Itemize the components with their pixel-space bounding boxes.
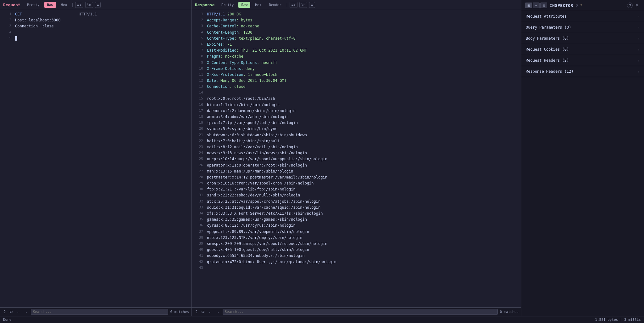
response-line: 23mail:x:8:12:mail:/var/mail:/sbin/nolog… [192,144,521,150]
response-line: 15root:x:0:0:root:/root:/bin/ash [192,96,521,102]
inspector-title-area: ⊞ ≡ ⊟ INSPECTOR 0 * [525,3,582,8]
response-matches-label: 0 matches [500,310,519,314]
response-line: 20sync:x:5:0:sync:/sbin:/bin/sync [192,126,521,132]
response-line: 42grafana:x:472:0:Linux User,,,:/home/gr… [192,259,521,265]
request-search-next-btn[interactable]: → [23,309,29,314]
inspector-view-other-btn[interactable]: ⊟ [540,3,547,8]
response-settings-btn[interactable]: ⚙ [200,309,206,314]
inspector-section-label: Query Parameters (0) [526,25,571,30]
response-line: 21shutdown:x:6:0:shutdown:/sbin:/sbin/sh… [192,132,521,138]
response-line: 19lp:x:4:7:lp:/var/spool/lpd:/sbin/nolog… [192,120,521,126]
request-settings-btn[interactable]: ⚙ [8,309,14,314]
response-line: 16bin:x:1:1:bin:/bin:/sbin/nologin [192,102,521,108]
response-line: 30ftp:x:21:21::/var/lib/ftp:/sbin/nologi… [192,186,521,192]
request-code-area: 1 GET HTTP/1.1 2 Host: localhost:3000 3 … [0,10,192,307]
response-line: 17daemon:x:2:2:daemon:/sbin:/sbin/nologi… [192,108,521,114]
response-format-icon[interactable]: ≡↓ [290,2,297,8]
response-line: 4Content-Length: 1230 [192,30,521,36]
inspector-help-btn[interactable]: ? [627,3,633,8]
response-tab-raw[interactable]: Raw [238,2,250,8]
response-menu-icon[interactable]: ≡ [309,2,315,8]
request-matches-label: 0 matches [170,310,189,314]
response-line: 10X-Frame-Options: deny [192,66,521,72]
response-line: 12Date: Mon, 06 Dec 2021 15:30:04 GMT [192,78,521,84]
inspector-view-grid-btn[interactable]: ⊞ [525,3,532,8]
inspector-chevron-icon: › [638,15,640,18]
inspector-title: INSPECTOR [550,3,573,8]
inspector-header: ⊞ ≡ ⊟ INSPECTOR 0 * ? ✕ [521,0,644,11]
response-search-prev-btn[interactable]: ← [208,309,213,314]
request-line-3: 3 Connection: close [0,23,192,29]
response-title: Response [195,3,215,7]
request-tab-hex[interactable]: Hex [58,2,70,8]
response-line: 32at:x:25:25:at:/var/spool/cron/atjobs:/… [192,199,521,205]
request-tab-pretty[interactable]: Pretty [24,2,42,8]
inspector-section-label: Request Headers (2) [526,58,569,63]
response-panel: Response Pretty Raw Hex Render ≡↓ \n ≡ 1… [192,0,521,316]
inspector-section-header[interactable]: Body Parameters (0)› [521,33,644,44]
inspector-section: Query Parameters (0)› [521,22,644,33]
response-search-input[interactable] [223,309,498,315]
status-done: Done [3,318,12,322]
inspector-section: Body Parameters (0)› [521,33,644,44]
inspector-icons: ? ✕ [627,3,640,8]
inspector-chevron-icon: › [638,70,640,73]
response-line: 31sshd:x:22:22:sshd:/dev/null:/sbin/nolo… [192,192,521,198]
response-line: 24news:x:9:13:news:/usr/lib/news:/sbin/n… [192,150,521,156]
request-panel: Request Pretty Raw Hex ≡↓ \n ≡ 1 GET HTT… [0,0,192,316]
status-bar: Done 1,581 bytes | 3 millis [0,316,644,323]
response-line: 6Expires: -1 [192,42,521,48]
response-line: 11X-Xss-Protection: 1; mode=block [192,72,521,78]
request-format-icon[interactable]: ≡↓ [75,2,83,8]
response-line: 38ntp:x:123:123:NTP:/var/empty:/sbin/nol… [192,235,521,241]
inspector-section-header[interactable]: Request Attributes› [521,11,644,22]
inspector-section-header[interactable]: Query Parameters (0)› [521,22,644,33]
response-line: 39smmsp:x:209:209:smmsp:/var/spool/mqueu… [192,241,521,247]
response-tab-pretty[interactable]: Pretty [219,2,237,8]
response-line: 22halt:x:7:0:halt:/sbin:/sbin/halt [192,138,521,144]
response-help-search-btn[interactable]: ? [194,309,198,314]
response-line: 36cyrus:x:85:12::/usr/cyrus:/sbin/nologi… [192,223,521,229]
response-search-bar: ? ⚙ ← → 0 matches [192,307,521,316]
inspector-section: Response Headers (12)› [521,66,644,77]
inspector-section-header[interactable]: Request Headers (2)› [521,55,644,66]
response-line: 26operator:x:11:0:operator:/root:/sbin/n… [192,162,521,168]
request-tab-raw[interactable]: Raw [44,2,56,8]
inspector-chevron-icon: › [638,48,640,51]
response-line: 41nobody:x:65534:65534:nobody:/:/sbin/no… [192,253,521,259]
response-line: 43 [192,265,521,271]
request-help-search-btn[interactable]: ? [3,309,7,314]
inspector-section-header[interactable]: Request Cookies (0)› [521,44,644,55]
inspector-close-btn[interactable]: ✕ [634,3,640,8]
inspector-section-header[interactable]: Response Headers (12)› [521,66,644,77]
response-line: 5Content-Type: text/plain; charset=utf-8 [192,36,521,42]
request-line-4: 4 [0,30,192,36]
request-title: Request [3,3,20,7]
inspector-chevron-icon: › [638,26,640,29]
inspector-section: Request Cookies (0)› [521,44,644,55]
response-tab-hex[interactable]: Hex [252,2,264,8]
response-tab-render[interactable]: Render [266,2,284,8]
inspector-section-label: Request Attributes [526,14,567,19]
response-line: 14 [192,90,521,96]
response-line: 9X-Content-Type-Options: nosniff [192,60,521,66]
response-line: 2Accept-Ranges: bytes [192,17,521,23]
response-line: 1HTTP/1.1 200 OK [192,11,521,17]
request-search-prev-btn[interactable]: ← [16,309,21,314]
request-newline-icon[interactable]: \n [85,2,93,8]
response-line: 40guest:x:405:100:guest:/dev/null:/sbin/… [192,247,521,253]
response-search-next-btn[interactable]: → [215,309,221,314]
response-line: 27man:x:13:15:man:/usr/man:/sbin/nologin [192,168,521,174]
inspector-view-list-btn[interactable]: ≡ [533,3,540,8]
response-line: 25uucp:x:10:14:uucp:/var/spool/uucppubli… [192,156,521,162]
request-search-input[interactable] [31,309,169,315]
response-line: 29cron:x:16:16:cron:/var/spool/cron:/sbi… [192,180,521,186]
inspector-sections: Request Attributes›Query Parameters (0)›… [521,11,644,77]
response-line: 33squid:x:31:31:Squid:/var/cache/squid:/… [192,205,521,211]
request-menu-icon[interactable]: ≡ [95,2,101,8]
request-panel-header: Request Pretty Raw Hex ≡↓ \n ≡ [0,0,192,10]
response-newline-icon[interactable]: \n [299,2,307,8]
inspector-section-label: Body Parameters (0) [526,36,569,41]
response-panel-header: Response Pretty Raw Hex Render ≡↓ \n ≡ [192,0,521,10]
request-line-2: 2 Host: localhost:3000 [0,17,192,23]
